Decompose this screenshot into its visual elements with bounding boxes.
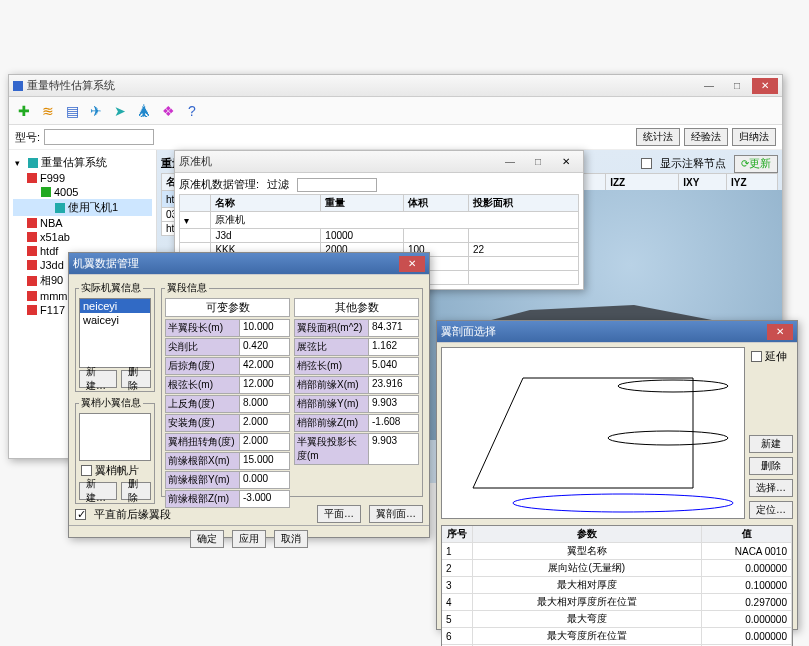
list-item[interactable]: neiceyi	[80, 299, 150, 313]
group-winglet: 翼梢小翼信息	[79, 396, 143, 410]
param-value[interactable]: 15.000	[240, 452, 290, 470]
plus-icon[interactable]: ✚	[15, 102, 33, 120]
profile-button[interactable]: 翼剖面…	[369, 505, 423, 523]
locate-button[interactable]: 定位…	[749, 501, 793, 519]
close-icon[interactable]: ✕	[553, 154, 579, 170]
tree-item[interactable]: J3dd	[40, 259, 64, 271]
tree-item[interactable]: 使用飞机1	[68, 200, 118, 215]
doc-icon[interactable]: ▤	[63, 102, 81, 120]
new-button[interactable]: 新建	[749, 435, 793, 453]
flat-edge-checkbox[interactable]: ✓	[75, 509, 86, 520]
stats-btn-2[interactable]: 经验法	[684, 128, 728, 146]
tree-item[interactable]: 4005	[54, 186, 78, 198]
close-icon[interactable]: ✕	[399, 256, 425, 272]
param-value[interactable]: 10.000	[240, 319, 290, 337]
close-icon[interactable]: ✕	[767, 324, 793, 340]
plan-button[interactable]: 平面…	[317, 505, 361, 523]
filter-input[interactable]	[297, 178, 377, 192]
ok-button[interactable]: 确定	[190, 530, 224, 548]
airfoil-dialog-title: 翼剖面选择	[441, 324, 496, 339]
maximize-icon[interactable]: □	[525, 154, 551, 170]
show-comments-checkbox[interactable]	[641, 158, 652, 169]
filter-label: 过滤	[267, 177, 289, 192]
model-input[interactable]	[44, 129, 154, 145]
show-comments-label: 显示注释节点	[660, 156, 726, 171]
table-row[interactable]: 6最大弯度所在位置0.000000	[442, 628, 792, 645]
wing-dialog-title: 机翼数据管理	[73, 256, 139, 271]
table-row[interactable]: 2展向站位(无量纲)0.000000	[442, 560, 792, 577]
param-label: 梢部前缘Y(m)	[294, 395, 369, 413]
stats-btn-3[interactable]: 归纳法	[732, 128, 776, 146]
main-titlebar: 重量特性估算系统 — □ ✕	[9, 75, 782, 97]
sub-section-label: 原准机数据管理:	[179, 177, 259, 192]
tree-root[interactable]: 重量估算系统	[41, 155, 107, 170]
send-icon[interactable]: ➤	[111, 102, 129, 120]
table-row[interactable]: 3最大相对厚度0.100000	[442, 577, 792, 594]
param-label: 展弦比	[294, 338, 369, 356]
param-label: 半翼段长(m)	[165, 319, 240, 337]
delete-button[interactable]: 删除	[121, 370, 151, 388]
svg-point-2	[608, 431, 728, 445]
table-row[interactable]: 4最大相对厚度所在位置0.297000	[442, 594, 792, 611]
stats-btn-1[interactable]: 统计法	[636, 128, 680, 146]
param-label: 梢部前缘X(m)	[294, 376, 369, 394]
extend-checkbox[interactable]	[751, 351, 762, 362]
param-value[interactable]: 0.420	[240, 338, 290, 356]
param-value: 84.371	[369, 319, 419, 337]
tree-item[interactable]: F117	[40, 304, 65, 316]
param-value: 1.162	[369, 338, 419, 356]
model-label: 型号:	[15, 130, 40, 145]
new-button[interactable]: 新建…	[79, 482, 117, 500]
airfoil-param-table[interactable]: 序号参数值 1翼型名称NACA 00102展向站位(无量纲)0.0000003最…	[441, 525, 793, 646]
layers-icon[interactable]: ≋	[39, 102, 57, 120]
sub-title: 原准机	[179, 154, 212, 169]
svg-marker-0	[473, 378, 693, 488]
new-button[interactable]: 新建…	[79, 370, 117, 388]
param-value: -1.608	[369, 414, 419, 432]
param-label: 翼段面积(m^2)	[294, 319, 369, 337]
apply-button[interactable]: 应用	[232, 530, 266, 548]
close-icon[interactable]: ✕	[752, 78, 778, 94]
tree-item[interactable]: htdf	[40, 245, 58, 257]
delete-button[interactable]: 删除	[749, 457, 793, 475]
tree-item[interactable]: x51ab	[40, 231, 70, 243]
param-value[interactable]: 42.000	[240, 357, 290, 375]
refresh-button[interactable]: ⟳ 更新	[734, 155, 778, 173]
param-label: 梢部前缘Z(m)	[294, 414, 369, 432]
plane-icon[interactable]: ✈	[87, 102, 105, 120]
param-label: 安装角(度)	[165, 414, 240, 432]
param-value[interactable]: 0.000	[240, 471, 290, 489]
param-label: 根弦长(m)	[165, 376, 240, 394]
cancel-button[interactable]: 取消	[274, 530, 308, 548]
param-label: 前缘根部Y(m)	[165, 471, 240, 489]
param-label: 前缘根部Z(m)	[165, 490, 240, 508]
airfoil-canvas[interactable]	[441, 347, 745, 519]
maximize-icon[interactable]: □	[724, 78, 750, 94]
wing-list[interactable]: neiceyi waiceyi	[79, 298, 151, 368]
param-value[interactable]: 12.000	[240, 376, 290, 394]
tree-item[interactable]: NBA	[40, 217, 63, 229]
tree-item[interactable]: 相90	[40, 273, 63, 288]
delete-button[interactable]: 删除	[121, 482, 151, 500]
tree-item[interactable]: F999	[40, 172, 65, 184]
help-icon[interactable]: ?	[183, 102, 201, 120]
param-label: 后掠角(度)	[165, 357, 240, 375]
list-item[interactable]: waiceyi	[80, 313, 150, 327]
param-value[interactable]: 8.000	[240, 395, 290, 413]
minimize-icon[interactable]: —	[696, 78, 722, 94]
table-row[interactable]: 5最大弯度0.000000	[442, 611, 792, 628]
param-value[interactable]: 2.000	[240, 433, 290, 451]
palette-icon[interactable]: ❖	[159, 102, 177, 120]
param-value: 5.040	[369, 357, 419, 375]
wing-data-dialog: 机翼数据管理 ✕ 实际机翼信息 neiceyi waiceyi 新建… 删除 翼…	[68, 252, 430, 538]
select-button[interactable]: 选择…	[749, 479, 793, 497]
param-value[interactable]: -3.000	[240, 490, 290, 508]
minimize-icon[interactable]: —	[497, 154, 523, 170]
param-label: 翼梢扭转角(度)	[165, 433, 240, 451]
table-row[interactable]: 1翼型名称NACA 0010	[442, 543, 792, 560]
winglet-checkbox[interactable]	[81, 465, 92, 476]
winglet-list[interactable]	[79, 413, 151, 461]
jet-icon[interactable]: 🛦	[135, 102, 153, 120]
param-value: 23.916	[369, 376, 419, 394]
param-value[interactable]: 2.000	[240, 414, 290, 432]
